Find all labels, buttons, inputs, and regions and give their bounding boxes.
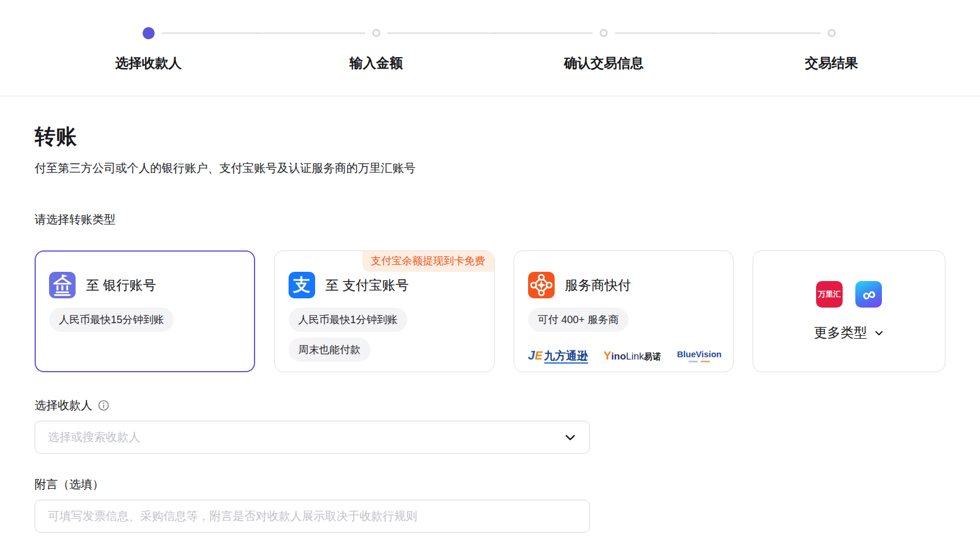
step-connector <box>263 32 365 34</box>
transfer-stepper: 选择收款人 输入金额 确认交易信息 交易结果 <box>0 0 980 96</box>
chevron-down-icon <box>874 328 884 338</box>
worldfirst-label: 万里汇 <box>818 289 841 300</box>
memo-input[interactable] <box>48 510 577 523</box>
step-connector <box>35 32 136 34</box>
transfer-page: 转账 付至第三方公司或个人的银行账户、支付宝账号及认证服务商的万里汇账号 请选择… <box>0 123 980 533</box>
step-label: 确认交易信息 <box>564 54 644 72</box>
transfer-type-card-alipay[interactable]: 支付宝余额提现到卡免费 支 至 支付宝账号 人民币最快1分钟到账 周末也能付款 <box>274 250 495 372</box>
payee-field-label: 选择收款人 <box>35 398 92 413</box>
tag-bank-speed: 人民币最快15分钟到账 <box>49 308 174 332</box>
more-types-label: 更多类型 <box>814 324 867 342</box>
transfer-type-card-provider[interactable]: 服务商快付 可付 400+ 服务商 JE 九方通逊 YinoLink易诺 Blu… <box>514 250 734 372</box>
step-connector <box>490 32 593 34</box>
stepper-step-select-payee: 选择收款人 <box>35 27 263 72</box>
stepper-step-enter-amount: 输入金额 <box>263 27 491 72</box>
step-connector <box>387 32 490 34</box>
bank-icon <box>49 272 76 298</box>
partner-logo-yinolink: YinoLink易诺 <box>604 349 661 362</box>
card-title-bank: 至 银行账号 <box>86 276 156 294</box>
step-connector <box>843 32 945 34</box>
tag-alipay-speed: 人民币最快1分钟到账 <box>289 308 407 332</box>
tag-provider-count: 可付 400+ 服务商 <box>528 308 629 332</box>
payee-select[interactable] <box>35 421 590 454</box>
partner-logo-jiufang: JE 九方通逊 <box>528 348 588 364</box>
step-label: 交易结果 <box>805 54 858 72</box>
step-label: 选择收款人 <box>115 54 182 72</box>
card-title-alipay: 至 支付宝账号 <box>326 276 409 294</box>
transfer-type-section-label: 请选择转账类型 <box>35 212 945 227</box>
step-connector <box>718 32 821 34</box>
provider-network-icon <box>528 272 555 298</box>
transfer-type-card-more[interactable]: 万里汇 ∞ 更多类型 <box>753 250 945 372</box>
alipay-icon: 支 <box>289 272 315 298</box>
step-dot-pending <box>600 29 608 37</box>
page-title: 转账 <box>35 123 945 151</box>
step-dot-pending <box>828 29 836 37</box>
alipay-glyph: 支 <box>293 274 311 297</box>
memo-input-box[interactable] <box>35 500 590 533</box>
infinity-icon: ∞ <box>855 281 882 308</box>
info-icon[interactable] <box>98 399 110 411</box>
tag-alipay-weekend: 周末也能付款 <box>289 338 371 362</box>
step-dot-active <box>143 27 155 39</box>
infinity-glyph: ∞ <box>860 284 877 305</box>
transfer-type-cards: 至 银行账号 人民币最快15分钟到账 支付宝余额提现到卡免费 支 至 支付宝账号… <box>35 250 945 372</box>
payee-select-input[interactable] <box>48 431 564 444</box>
alipay-promo-ribbon: 支付宝余额提现到卡免费 <box>362 251 494 272</box>
step-label: 输入金额 <box>350 54 403 72</box>
step-connector <box>615 32 717 34</box>
transfer-type-card-bank[interactable]: 至 银行账号 人民币最快15分钟到账 <box>35 250 255 372</box>
bluevision-subtext <box>689 361 710 362</box>
card-title-provider: 服务商快付 <box>565 276 631 294</box>
step-dot-pending <box>372 29 380 37</box>
partner-logo-bluevision: BlueVision <box>677 349 721 362</box>
page-subtitle: 付至第三方公司或个人的银行账户、支付宝账号及认证服务商的万里汇账号 <box>35 160 945 176</box>
worldfirst-icon: 万里汇 <box>816 281 843 308</box>
select-chevron-down-icon[interactable] <box>564 431 577 444</box>
stepper-step-result: 交易结果 <box>718 27 946 72</box>
provider-partner-logos: JE 九方通逊 YinoLink易诺 BlueVision <box>528 348 722 364</box>
memo-field-label: 附言（选填） <box>35 477 104 492</box>
stepper-step-confirm-info: 确认交易信息 <box>490 27 718 72</box>
step-connector <box>162 32 263 34</box>
